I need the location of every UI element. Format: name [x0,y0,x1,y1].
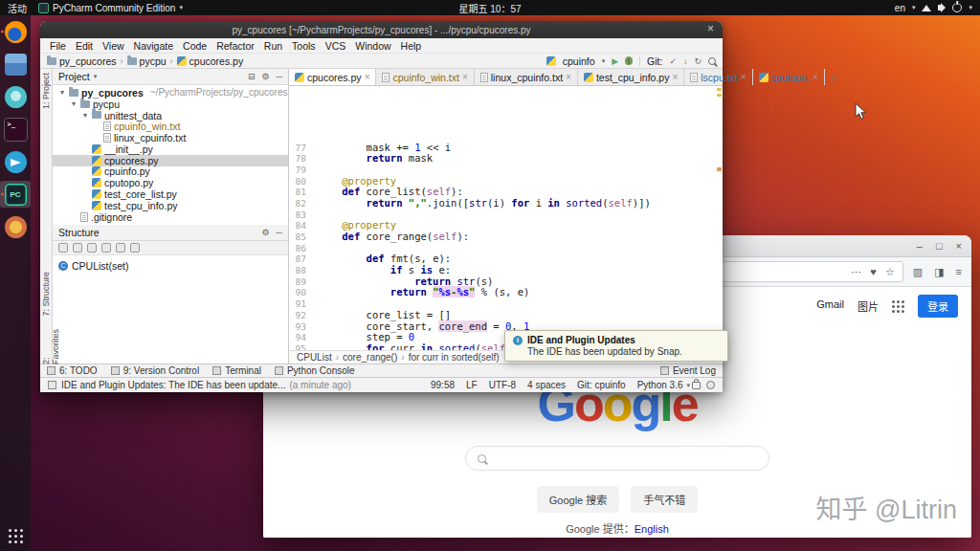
menu-icon[interactable]: ≡ [956,266,962,277]
clock[interactable]: 星期五 10：57 [458,1,521,15]
readonly-lock-icon[interactable] [692,382,701,389]
hide-icon[interactable]: ─ [277,228,282,237]
dock-item-pycharm[interactable] [0,181,31,208]
tree-item-cpuinfo.py[interactable]: cpuinfo.py [53,166,288,178]
tool-button-Python Console[interactable]: Python Console [275,365,355,376]
nav-crumb-pycpu[interactable]: pycpu [127,55,167,67]
line-number[interactable]: 91 [289,298,318,310]
dock-item-software[interactable] [0,83,31,110]
tree-arrow[interactable]: ▾ [70,99,78,108]
line-number[interactable]: 88 [289,265,318,276]
git-refresh-icon[interactable]: ↻ [694,56,702,66]
tree-item-cpuinfo_win.txt[interactable]: cpuinfo_win.txt [53,121,288,132]
activities-button[interactable]: 活动 [8,1,27,15]
line-number[interactable]: 89 [289,276,318,288]
keyboard-layout[interactable]: en [895,3,905,13]
close-tab-icon[interactable]: × [741,72,746,82]
dock-item-firefox[interactable] [0,18,31,45]
menu-navigate[interactable]: Navigate [129,40,178,52]
structure-panel-header[interactable]: Structure ⚙─ [53,225,288,241]
hide-icon[interactable]: ─ [277,72,282,81]
tab-lscpu.txt[interactable]: lscpu.txt× [684,69,752,85]
close-tab-icon[interactable]: × [813,72,818,82]
notification-balloon[interactable]: i IDE and Plugin Updates The IDE has bee… [504,330,728,362]
tree-item-cpucores.py[interactable]: cpucores.py [53,155,288,166]
project-panel-header[interactable]: Project ▾ ⊟⚙─ [53,69,288,85]
tree-item-unittest_data[interactable]: ▾unittest_data [53,110,288,121]
nav-crumb-py_cpucores[interactable]: py_cpucores [47,55,117,67]
show-apps-icon[interactable] [9,529,23,543]
chevron-down-icon[interactable]: ▾ [686,382,690,389]
code-line-78[interactable]: 78 return mask [289,153,723,165]
tool-button-Terminal[interactable]: Terminal [212,365,261,376]
status-LF[interactable]: LF [466,380,478,390]
tab-list-menu[interactable]: ≡ [825,69,842,85]
code-line-82[interactable]: 82 return ",".join([str(i) for i in sort… [289,198,723,209]
google-search-box[interactable] [465,446,769,471]
search-everywhere-icon[interactable] [708,57,716,65]
tree-arrow[interactable]: ▾ [58,88,66,97]
search-button-手气不错[interactable]: 手气不错 [631,486,698,513]
tree-item-linux_cpuinfo.txt[interactable]: linux_cpuinfo.txt [53,132,288,143]
status-UTF-8[interactable]: UTF-8 [489,380,516,390]
system-indicators[interactable]: en ▾ ▾ [895,3,980,13]
browser-minimize-icon[interactable]: – [917,240,923,252]
sidebar-tab-project[interactable]: 1: Project [41,73,51,109]
status-Python 3.6[interactable]: Python 3.6 [637,380,683,390]
line-number[interactable]: 77 [289,143,318,154]
line-number[interactable]: 90 [289,287,318,298]
debug-button[interactable] [625,56,633,65]
tree-arrow[interactable]: ▾ [81,111,89,120]
page-actions-icon[interactable]: ⋯ [851,266,861,278]
signin-button[interactable]: 登录 [918,295,958,318]
git-commit-icon[interactable]: ✓ [669,56,677,66]
menu-window[interactable]: Window [350,40,395,52]
code-lines[interactable]: 77 mask += 1 << i78 return mask7980 @pro… [289,86,723,350]
highlighting-level-icon[interactable] [706,381,715,389]
breadcrumb-2[interactable]: for curr in sorted(self) [409,352,500,363]
app-menu[interactable]: PyCharm Community Edition ▾ [38,3,183,13]
sidebar-tab-structure[interactable]: 7: Structure [41,272,51,317]
tab-cpucores.py[interactable]: cpucores.py× [289,69,376,85]
status-4 spaces[interactable]: 4 spaces [527,380,566,390]
pocket-icon[interactable]: ♥ [870,266,877,278]
tool-button-6: TODO[interactable]: 6: TODO [47,365,98,376]
line-number[interactable]: 85 [289,231,318,243]
sort-by-visibility-icon[interactable] [73,243,82,253]
network-icon[interactable] [922,5,931,11]
code-line-90[interactable]: 90 return "%s-%s" % (s, e) [289,287,723,298]
error-stripe-warning[interactable] [717,94,722,97]
git-update-icon[interactable]: ↓ [683,56,688,66]
close-tab-icon[interactable]: × [672,72,678,82]
line-number[interactable]: 87 [289,253,318,265]
error-stripe-warning[interactable] [717,88,722,91]
tree-item-test_core_list.py[interactable]: test_core_list.py [53,188,288,200]
dock-item-photos[interactable] [0,213,31,240]
line-number[interactable]: 94 [289,332,318,343]
tree-item-cputopo.py[interactable]: cputopo.py [53,177,288,188]
tree-item-.gitignore[interactable]: .gitignore [53,211,288,223]
tab-cputopo.[interactable]: cputopo.× [753,69,825,85]
line-number[interactable]: 82 [289,198,318,209]
settings-icon[interactable]: ⚙ [262,72,270,81]
tab-test_cpu_info.py[interactable]: test_cpu_info.py× [578,69,684,85]
menu-file[interactable]: File [45,40,71,52]
window-close-icon[interactable]: × [707,22,714,35]
sidebar-tab-favorites[interactable]: 2: Favorites [41,329,60,364]
breadcrumb-0[interactable]: CPUList [297,352,332,363]
tab-linux_cpuinfo.txt[interactable]: linux_cpuinfo.txt× [475,69,578,85]
menu-view[interactable]: View [98,40,129,52]
line-number[interactable]: 79 [289,165,318,176]
power-icon[interactable] [952,3,962,12]
volume-icon[interactable] [938,5,942,11]
tree-item-__init__.py[interactable]: __init__.py [53,143,288,155]
search-input[interactable] [495,451,757,466]
dock-item-chat[interactable] [0,148,31,175]
close-tab-icon[interactable]: × [365,72,370,82]
show-inherited-icon[interactable] [101,243,111,253]
status-Git: cpuinfo[interactable]: Git: cpuinfo [577,380,626,390]
toggle-toolwindows-icon[interactable] [48,381,56,389]
line-number[interactable]: 81 [289,187,318,198]
tree-item-py_cpucores[interactable]: ▾py_cpucores~/PycharmProjects/py_cpucore… [53,87,288,99]
sidebar-icon[interactable]: ◨ [934,266,944,278]
